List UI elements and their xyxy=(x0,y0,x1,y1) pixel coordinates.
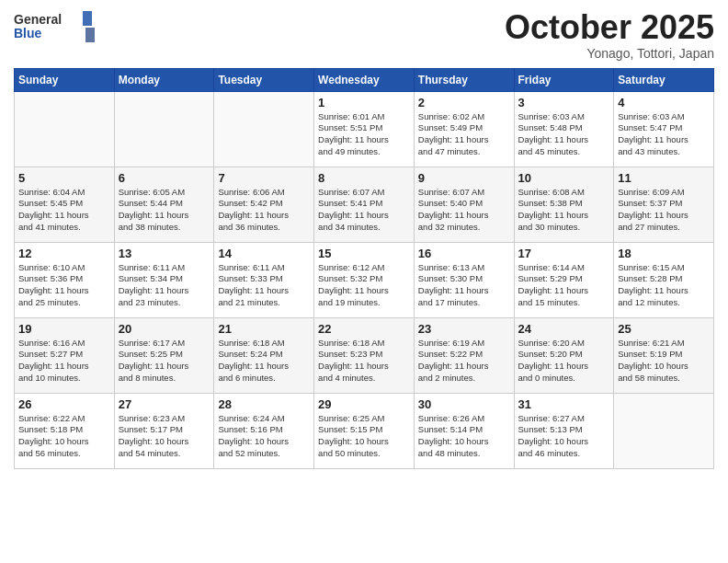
day-cell: 9Sunrise: 6:07 AMSunset: 5:40 PMDaylight… xyxy=(414,167,514,242)
day-info: Sunrise: 6:03 AMSunset: 5:48 PMDaylight:… xyxy=(518,111,610,158)
weekday-header-monday: Monday xyxy=(114,68,214,91)
weekday-header-thursday: Thursday xyxy=(414,68,514,91)
weekday-header-wednesday: Wednesday xyxy=(314,68,415,91)
day-info: Sunrise: 6:06 AMSunset: 5:42 PMDaylight:… xyxy=(218,187,310,234)
day-number: 29 xyxy=(318,397,410,411)
day-info: Sunrise: 6:11 AMSunset: 5:33 PMDaylight:… xyxy=(218,262,310,309)
day-info: Sunrise: 6:21 AMSunset: 5:19 PMDaylight:… xyxy=(618,338,710,385)
day-number: 21 xyxy=(218,322,310,336)
day-cell: 28Sunrise: 6:24 AMSunset: 5:16 PMDayligh… xyxy=(214,393,314,468)
day-info: Sunrise: 6:15 AMSunset: 5:28 PMDaylight:… xyxy=(618,262,710,309)
day-cell: 7Sunrise: 6:06 AMSunset: 5:42 PMDaylight… xyxy=(214,167,314,242)
day-info: Sunrise: 6:08 AMSunset: 5:38 PMDaylight:… xyxy=(518,187,610,234)
page-container: General Blue October 2025 Yonago, Tottor… xyxy=(0,0,728,478)
day-info: Sunrise: 6:14 AMSunset: 5:29 PMDaylight:… xyxy=(518,262,610,309)
day-info: Sunrise: 6:02 AMSunset: 5:49 PMDaylight:… xyxy=(418,111,510,158)
day-number: 7 xyxy=(218,171,310,185)
day-info: Sunrise: 6:07 AMSunset: 5:40 PMDaylight:… xyxy=(418,187,510,234)
week-row-4: 19Sunrise: 6:16 AMSunset: 5:27 PMDayligh… xyxy=(15,317,714,393)
day-info: Sunrise: 6:09 AMSunset: 5:37 PMDaylight:… xyxy=(618,187,710,234)
day-cell: 17Sunrise: 6:14 AMSunset: 5:29 PMDayligh… xyxy=(514,242,614,317)
day-info: Sunrise: 6:24 AMSunset: 5:16 PMDaylight:… xyxy=(218,413,310,460)
week-row-2: 5Sunrise: 6:04 AMSunset: 5:45 PMDaylight… xyxy=(15,167,714,242)
day-cell: 10Sunrise: 6:08 AMSunset: 5:38 PMDayligh… xyxy=(514,167,614,242)
svg-marker-3 xyxy=(85,28,95,42)
day-info: Sunrise: 6:04 AMSunset: 5:45 PMDaylight:… xyxy=(18,187,110,234)
svg-text:Blue: Blue xyxy=(14,26,42,40)
day-cell: 23Sunrise: 6:19 AMSunset: 5:22 PMDayligh… xyxy=(414,317,514,393)
day-info: Sunrise: 6:22 AMSunset: 5:18 PMDaylight:… xyxy=(18,413,110,460)
day-number: 12 xyxy=(18,247,110,260)
day-number: 15 xyxy=(318,247,410,260)
day-cell: 8Sunrise: 6:07 AMSunset: 5:41 PMDaylight… xyxy=(314,167,415,242)
day-cell: 14Sunrise: 6:11 AMSunset: 5:33 PMDayligh… xyxy=(214,242,314,317)
day-info: Sunrise: 6:19 AMSunset: 5:22 PMDaylight:… xyxy=(418,338,510,385)
weekday-header-friday: Friday xyxy=(514,68,614,91)
day-cell: 5Sunrise: 6:04 AMSunset: 5:45 PMDaylight… xyxy=(15,167,115,242)
day-number: 2 xyxy=(418,96,510,109)
day-cell xyxy=(15,91,115,167)
day-info: Sunrise: 6:11 AMSunset: 5:34 PMDaylight:… xyxy=(119,262,210,309)
day-cell: 11Sunrise: 6:09 AMSunset: 5:37 PMDayligh… xyxy=(614,167,714,242)
week-row-1: 1Sunrise: 6:01 AMSunset: 5:51 PMDaylight… xyxy=(15,91,714,167)
day-cell: 20Sunrise: 6:17 AMSunset: 5:25 PMDayligh… xyxy=(114,317,214,393)
month-title: October 2025 xyxy=(505,9,714,46)
day-number: 13 xyxy=(119,247,210,260)
day-cell xyxy=(214,91,314,167)
day-number: 19 xyxy=(18,322,110,336)
day-cell: 22Sunrise: 6:18 AMSunset: 5:23 PMDayligh… xyxy=(314,317,415,393)
title-area: October 2025 Yonago, Tottori, Japan xyxy=(505,9,714,61)
day-info: Sunrise: 6:26 AMSunset: 5:14 PMDaylight:… xyxy=(418,413,510,460)
day-number: 25 xyxy=(618,322,710,336)
day-cell: 26Sunrise: 6:22 AMSunset: 5:18 PMDayligh… xyxy=(15,393,115,468)
day-info: Sunrise: 6:03 AMSunset: 5:47 PMDaylight:… xyxy=(618,111,710,158)
day-info: Sunrise: 6:18 AMSunset: 5:23 PMDaylight:… xyxy=(318,338,410,385)
week-row-5: 26Sunrise: 6:22 AMSunset: 5:18 PMDayligh… xyxy=(15,393,714,468)
day-cell: 25Sunrise: 6:21 AMSunset: 5:19 PMDayligh… xyxy=(614,317,714,393)
day-cell: 12Sunrise: 6:10 AMSunset: 5:36 PMDayligh… xyxy=(15,242,115,317)
day-number: 24 xyxy=(518,322,610,336)
day-cell: 4Sunrise: 6:03 AMSunset: 5:47 PMDaylight… xyxy=(614,91,714,167)
day-cell xyxy=(614,393,714,468)
day-info: Sunrise: 6:12 AMSunset: 5:32 PMDaylight:… xyxy=(318,262,410,309)
day-cell: 29Sunrise: 6:25 AMSunset: 5:15 PMDayligh… xyxy=(314,393,415,468)
day-number: 20 xyxy=(119,322,210,336)
day-info: Sunrise: 6:05 AMSunset: 5:44 PMDaylight:… xyxy=(119,187,210,234)
day-cell: 1Sunrise: 6:01 AMSunset: 5:51 PMDaylight… xyxy=(314,91,415,167)
day-cell: 6Sunrise: 6:05 AMSunset: 5:44 PMDaylight… xyxy=(114,167,214,242)
day-info: Sunrise: 6:07 AMSunset: 5:41 PMDaylight:… xyxy=(318,187,410,234)
day-cell: 13Sunrise: 6:11 AMSunset: 5:34 PMDayligh… xyxy=(114,242,214,317)
day-number: 1 xyxy=(318,96,410,109)
day-number: 16 xyxy=(418,247,510,260)
day-cell: 24Sunrise: 6:20 AMSunset: 5:20 PMDayligh… xyxy=(514,317,614,393)
day-number: 26 xyxy=(18,397,110,411)
day-cell: 27Sunrise: 6:23 AMSunset: 5:17 PMDayligh… xyxy=(114,393,214,468)
day-number: 31 xyxy=(518,397,610,411)
day-number: 23 xyxy=(418,322,510,336)
logo-text: General Blue xyxy=(14,9,97,48)
day-cell: 16Sunrise: 6:13 AMSunset: 5:30 PMDayligh… xyxy=(414,242,514,317)
day-number: 18 xyxy=(618,247,710,260)
day-cell: 18Sunrise: 6:15 AMSunset: 5:28 PMDayligh… xyxy=(614,242,714,317)
day-number: 28 xyxy=(218,397,310,411)
logo-svg: General Blue xyxy=(14,9,97,44)
day-cell: 21Sunrise: 6:18 AMSunset: 5:24 PMDayligh… xyxy=(214,317,314,393)
day-cell xyxy=(114,91,214,167)
day-info: Sunrise: 6:01 AMSunset: 5:51 PMDaylight:… xyxy=(318,111,410,158)
day-cell: 31Sunrise: 6:27 AMSunset: 5:13 PMDayligh… xyxy=(514,393,614,468)
calendar-table: SundayMondayTuesdayWednesdayThursdayFrid… xyxy=(14,68,714,469)
day-number: 10 xyxy=(518,171,610,185)
day-info: Sunrise: 6:18 AMSunset: 5:24 PMDaylight:… xyxy=(218,338,310,385)
day-number: 11 xyxy=(618,171,710,185)
day-number: 14 xyxy=(218,247,310,260)
day-cell: 30Sunrise: 6:26 AMSunset: 5:14 PMDayligh… xyxy=(414,393,514,468)
day-number: 22 xyxy=(318,322,410,336)
day-info: Sunrise: 6:17 AMSunset: 5:25 PMDaylight:… xyxy=(119,338,210,385)
day-number: 9 xyxy=(418,171,510,185)
svg-marker-2 xyxy=(83,11,92,26)
header: General Blue October 2025 Yonago, Tottor… xyxy=(14,9,714,61)
weekday-header-tuesday: Tuesday xyxy=(214,68,314,91)
day-number: 6 xyxy=(119,171,210,185)
day-info: Sunrise: 6:25 AMSunset: 5:15 PMDaylight:… xyxy=(318,413,410,460)
weekday-header-row: SundayMondayTuesdayWednesdayThursdayFrid… xyxy=(15,68,714,91)
